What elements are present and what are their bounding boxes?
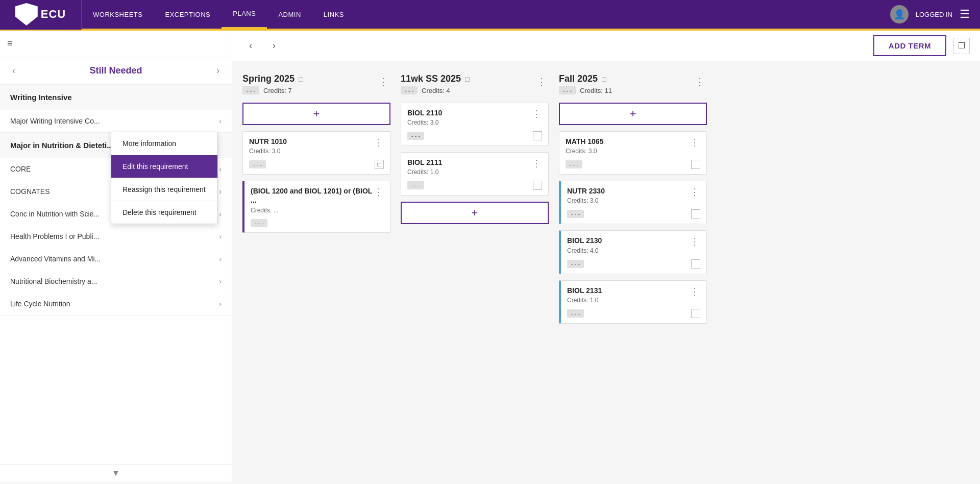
course-name: BIOL 2110 [407,108,442,117]
course-card-biol2131: BIOL 2131 Credits: 1.0 ⋮ - - - [559,280,707,324]
term-menu-icon[interactable]: ⋮ [376,74,390,90]
sidebar-item-label: Health Problems I or Publi... [10,232,99,240]
course-checkbox[interactable] [533,131,542,140]
course-info: BIOL 2131 Credits: 1.0 [567,286,602,304]
course-card-header: (BIOL 1200 and BIOL 1201) or (BIOL ... C… [251,186,384,213]
nav-admin[interactable]: ADMIN [267,0,312,29]
term-credits-row: - - - Credits: 4 [401,86,470,94]
term-menu-icon[interactable]: ⋮ [534,74,549,90]
sidebar-toolbar: ≡ [0,31,232,57]
course-checkbox[interactable] [691,209,700,219]
course-checkbox[interactable]: □ [375,160,384,169]
course-card-biol2110: BIOL 2110 Credits: 3.0 ⋮ - - - [401,103,549,146]
course-badge: - - - [249,160,266,168]
sidebar-item-health-problems[interactable]: Health Problems I or Publi... › [0,225,232,248]
columns-area: Spring 2025 □ - - - Credits: 7 ⋮ + [232,61,980,482]
hamburger-icon[interactable]: ☰ [960,8,970,21]
term-menu-icon[interactable]: ⋮ [693,74,707,90]
course-name: MATH 1065 [566,137,603,146]
expand-button[interactable]: ❐ [953,38,970,54]
sidebar-menu-icon[interactable]: ≡ [7,38,13,49]
add-course-button-spring[interactable]: + [242,103,390,125]
term-column-spring2025: Spring 2025 □ - - - Credits: 7 ⋮ + [242,71,390,472]
term-title-area: Spring 2025 □ - - - Credits: 7 [242,74,303,94]
course-menu-icon[interactable]: ⋮ [689,137,700,148]
sidebar-next-arrow[interactable]: › [214,63,222,78]
course-badge: - - - [567,309,584,318]
course-menu-icon[interactable]: ⋮ [373,186,384,198]
course-badge: - - - [251,219,267,227]
logo-text: ECU [41,8,66,21]
term-title: Spring 2025 □ [242,74,303,84]
course-menu-icon[interactable]: ⋮ [689,286,700,297]
term-name-label: Spring 2025 [242,74,295,84]
course-name: (BIOL 1200 and BIOL 1201) or (BIOL ... [251,186,373,205]
ecu-shield-icon [15,3,38,26]
copy-icon[interactable]: □ [602,75,606,83]
nav-exceptions[interactable]: EXCEPTIONS [154,0,222,29]
course-card-nutr1010: NUTR 1010 Credits: 3.0 ⋮ - - - □ [242,131,390,175]
course-badge: - - - [566,160,582,168]
term-credits-row: - - - Credits: 7 [242,86,303,94]
course-card-math1065: MATH 1065 Credits: 3.0 ⋮ - - - [559,131,707,175]
sidebar-item-label: Writing Intensive [10,93,72,102]
course-credits: Credits: 4.0 [567,247,602,254]
term-title-area: 11wk SS 2025 □ - - - Credits: 4 [401,74,470,94]
sidebar-item-nutritional-biochem[interactable]: Nutritional Biochemistry a... › [0,270,232,293]
course-menu-icon[interactable]: ⋮ [373,137,384,148]
prev-term-button[interactable]: ‹ [242,38,259,54]
term-header-fall2025: Fall 2025 □ - - - Credits: 11 ⋮ [559,71,707,96]
term-column-fall2025: Fall 2025 □ - - - Credits: 11 ⋮ + [559,71,707,472]
course-name: BIOL 2111 [407,158,442,167]
course-credits: Credits: 3.0 [407,119,442,126]
course-checkbox[interactable] [533,181,542,190]
nav-links[interactable]: LINKS [312,0,355,29]
sidebar-item-label: CORE [10,165,31,173]
course-info: NUTR 1010 Credits: 3.0 [249,137,287,155]
sidebar-nav: ‹ Still Needed › [0,57,232,85]
chevron-right-icon: › [219,165,222,173]
sidebar-item-label: Conc in Nutrition with Scie... [10,210,100,218]
sidebar-prev-arrow[interactable]: ‹ [10,63,17,78]
course-credits: Credits: 1.0 [567,297,602,304]
user-avatar-icon[interactable]: 👤 [890,5,909,23]
sidebar-title: Still Needed [17,65,214,76]
copy-icon[interactable]: □ [465,75,469,83]
course-checkbox[interactable] [691,160,700,169]
course-badge: - - - [407,181,424,189]
course-card-header: BIOL 2130 Credits: 4.0 ⋮ [567,236,700,254]
course-menu-icon[interactable]: ⋮ [689,186,700,198]
sidebar-scroll-down[interactable]: ▼ [0,464,232,482]
course-info: MATH 1065 Credits: 3.0 [566,137,603,155]
add-course-button-fall[interactable]: + [559,103,707,125]
sidebar-item-life-cycle[interactable]: Life Cycle Nutrition › [0,293,232,315]
sidebar-item-advanced-vitamins[interactable]: Advanced Vitamins and Mi... › [0,248,232,270]
course-credits: Credits: 3.0 [249,148,287,155]
content-toolbar: ‹ › ADD TERM ❐ [232,31,980,61]
next-term-button[interactable]: › [266,38,282,54]
course-menu-icon[interactable]: ⋮ [689,236,700,247]
course-checkbox[interactable] [691,259,700,269]
sidebar-item-label: Major in Nutrition & Dieteti... [10,141,113,150]
course-footer: - - - [407,131,542,140]
course-info: BIOL 2110 Credits: 3.0 [407,108,442,126]
course-card-header: BIOL 2111 Credits: 1.0 ⋮ [407,158,542,176]
course-info: NUTR 2330 Credits: 3.0 [567,186,605,204]
course-menu-icon[interactable]: ⋮ [531,108,542,119]
course-checkbox[interactable] [691,309,700,318]
term-badge: - - - [559,86,576,94]
term-title: Fall 2025 □ [559,74,612,84]
term-header-ss2025: 11wk SS 2025 □ - - - Credits: 4 ⋮ [401,71,549,96]
sidebar-item-label: Major Writing Intensive Co... [10,117,100,125]
nav-plans[interactable]: PLANS [222,0,267,29]
add-course-button-ss[interactable]: + [401,202,549,224]
chevron-right-icon: › [219,210,222,218]
term-column-ss2025: 11wk SS 2025 □ - - - Credits: 4 ⋮ [401,71,549,472]
copy-icon[interactable]: □ [299,75,303,83]
add-term-button[interactable]: ADD TERM [873,35,946,56]
sidebar-item-major-writing[interactable]: Major Writing Intensive Co... › [0,110,232,132]
sidebar-item-label: Advanced Vitamins and Mi... [10,255,101,263]
course-menu-icon[interactable]: ⋮ [531,158,542,169]
nav-worksheets[interactable]: WORKSHEETS [82,0,154,29]
course-credits: Credits: 3.0 [567,197,605,204]
